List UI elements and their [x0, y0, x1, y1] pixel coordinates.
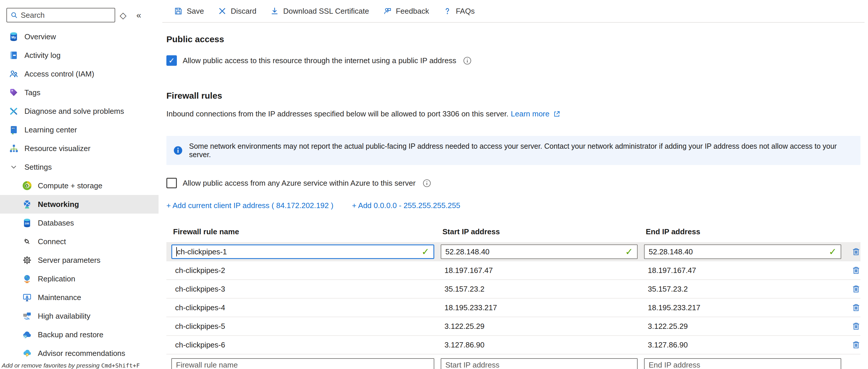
networking-icon — [22, 199, 32, 209]
column-header-rule-name: Firewall rule name — [171, 227, 441, 236]
sidebar-item-backup-restore[interactable]: Backup and restore — [0, 325, 162, 344]
add-current-client-ip-link[interactable]: + Add current client IP address ( 84.172… — [166, 201, 333, 210]
sidebar-item-maintenance[interactable]: Maintenance — [0, 288, 162, 307]
feedback-icon — [383, 7, 392, 16]
download-ssl-certificate-button[interactable]: Download SSL Certificate — [263, 2, 376, 20]
learn-more-link[interactable]: Learn more — [511, 110, 550, 118]
end-ip-input-wrapper: ✓ — [644, 244, 841, 259]
sidebar-item-label: Server parameters — [38, 256, 100, 265]
svg-text:My: My — [11, 35, 16, 39]
sidebar-item-activity-log[interactable]: Activity log — [0, 46, 162, 65]
activity-log-icon — [9, 50, 19, 60]
valid-check-icon: ✓ — [625, 246, 633, 257]
delete-rule-icon[interactable] — [852, 303, 861, 312]
end-ip-cell: 18.195.233.217 — [644, 303, 848, 312]
add-zero-range-link[interactable]: + Add 0.0.0.0 - 255.255.255.255 — [352, 201, 460, 210]
azure-services-checkbox[interactable] — [166, 178, 177, 188]
start-ip-cell: 18.195.233.217 — [441, 303, 644, 312]
new-rule-name-input[interactable] — [176, 361, 430, 369]
backup-restore-icon — [22, 330, 32, 340]
delete-rule-icon[interactable] — [852, 247, 861, 257]
feedback-label: Feedback — [396, 7, 429, 16]
public-access-heading: Public access — [166, 34, 861, 44]
faqs-button[interactable]: FAQs — [436, 2, 482, 20]
search-input[interactable] — [21, 11, 111, 20]
add-ip-links: + Add current client IP address ( 84.172… — [166, 201, 861, 210]
rule-name-input[interactable] — [177, 247, 422, 256]
save-label: Save — [187, 7, 204, 16]
rule-name-cell: ch-clickpipes-6 — [171, 340, 441, 349]
server-parameters-icon — [22, 255, 32, 265]
sidebar-item-label: Networking — [38, 200, 79, 209]
info-icon[interactable] — [463, 57, 471, 65]
delete-rule-icon[interactable] — [852, 266, 861, 275]
start-ip-cell: 35.157.23.2 — [441, 285, 644, 294]
sidebar-item-compute-storage[interactable]: $ Compute + storage — [0, 176, 162, 195]
sidebar-item-label: Resource visualizer — [25, 144, 90, 153]
compute-storage-icon: $ — [22, 181, 32, 191]
sidebar-item-label: Compute + storage — [38, 181, 102, 190]
collapse-sidebar-icon[interactable]: « — [131, 8, 147, 22]
delete-rule-icon[interactable] — [852, 321, 861, 331]
discard-button[interactable]: Discard — [211, 2, 263, 20]
column-header-end-ip: End IP address — [644, 227, 848, 236]
new-start-ip-wrapper — [441, 358, 638, 369]
sidebar-item-resource-visualizer[interactable]: Resource visualizer — [0, 139, 162, 158]
sidebar-item-connect[interactable]: Connect — [0, 232, 162, 251]
discard-icon — [218, 7, 226, 16]
start-ip-cell: 18.197.167.47 — [441, 266, 644, 275]
info-banner-icon — [174, 146, 183, 155]
download-icon — [270, 7, 279, 16]
sidebar-item-replication[interactable]: Replication — [0, 270, 162, 288]
sidebar-item-label: Backup and restore — [38, 330, 103, 339]
sidebar-item-databases[interactable]: DB Databases — [0, 214, 162, 232]
sidebar-item-learning-center[interactable]: 101 Learning center — [0, 121, 162, 139]
svg-text:$: $ — [26, 185, 28, 187]
new-start-ip-input[interactable] — [445, 361, 633, 369]
firewall-rules-table: Firewall rule name Start IP address End … — [166, 226, 861, 369]
tag-icon — [9, 88, 19, 97]
table-row[interactable]: ch-clickpipes-2 18.197.167.47 18.197.167… — [166, 261, 861, 280]
connect-icon — [22, 237, 32, 246]
sidebar-search[interactable] — [6, 8, 115, 22]
table-row[interactable]: ch-clickpipes-3 35.157.23.2 35.157.23.2 — [166, 280, 861, 299]
sidebar-item-diagnose[interactable]: Diagnose and solve problems — [0, 102, 162, 121]
sidebar-item-label: Replication — [38, 274, 75, 283]
public-access-checkbox-row: ✓ Allow public access to this resource t… — [166, 55, 861, 66]
feedback-button[interactable]: Feedback — [376, 2, 436, 20]
firewall-rules-heading: Firewall rules — [166, 91, 861, 101]
table-row[interactable]: ch-clickpipes-5 3.122.25.29 3.122.25.29 — [166, 317, 861, 336]
external-link-icon — [553, 110, 561, 118]
sidebar-item-access-control[interactable]: Access control (IAM) — [0, 65, 162, 83]
diagnose-icon — [9, 106, 19, 116]
sidebar-item-label: Connect — [38, 237, 66, 246]
table-row[interactable]: ch-clickpipes-4 18.195.233.217 18.195.23… — [166, 299, 861, 317]
sidebar-item-advisor-recommendations[interactable]: Advisor recommendations — [0, 344, 162, 363]
azure-services-checkbox-label: Allow public access from any Azure servi… — [183, 179, 416, 188]
table-row[interactable]: ch-clickpipes-6 3.127.86.90 3.127.86.90 — [166, 336, 861, 355]
start-ip-input[interactable] — [445, 247, 625, 256]
end-ip-cell: 3.127.86.90 — [644, 340, 848, 349]
sidebar-item-high-availability[interactable]: High availability — [0, 307, 162, 325]
public-access-checkbox-label: Allow public access to this resource thr… — [183, 56, 456, 65]
public-access-checkbox[interactable]: ✓ — [166, 55, 177, 66]
sidebar-item-tags[interactable]: Tags — [0, 83, 162, 102]
end-ip-input[interactable] — [649, 247, 829, 256]
sidebar-item-networking[interactable]: Networking — [0, 195, 158, 214]
mysql-server-icon: My — [9, 32, 19, 41]
favorites-hint: Add or remove favorites by pressing Cmd+… — [2, 362, 140, 369]
sidebar-item-server-parameters[interactable]: Server parameters — [0, 251, 162, 270]
sidebar-item-overview[interactable]: My Overview — [0, 27, 162, 46]
delete-rule-icon[interactable] — [852, 340, 861, 350]
resource-menu-sidebar: ◇ « My Overview Activity log Access cont… — [0, 0, 162, 369]
info-banner: Some network environments may not report… — [166, 136, 861, 165]
info-icon[interactable] — [423, 179, 431, 187]
new-end-ip-input[interactable] — [649, 361, 837, 369]
save-button[interactable]: Save — [167, 2, 211, 20]
column-header-start-ip: Start IP address — [441, 227, 644, 236]
delete-rule-icon[interactable] — [852, 284, 861, 294]
resource-visualizer-icon — [9, 144, 19, 153]
new-rule-name-wrapper — [171, 358, 434, 369]
sidebar-group-settings[interactable]: Settings — [0, 158, 162, 176]
diamond-icon[interactable]: ◇ — [115, 8, 131, 22]
